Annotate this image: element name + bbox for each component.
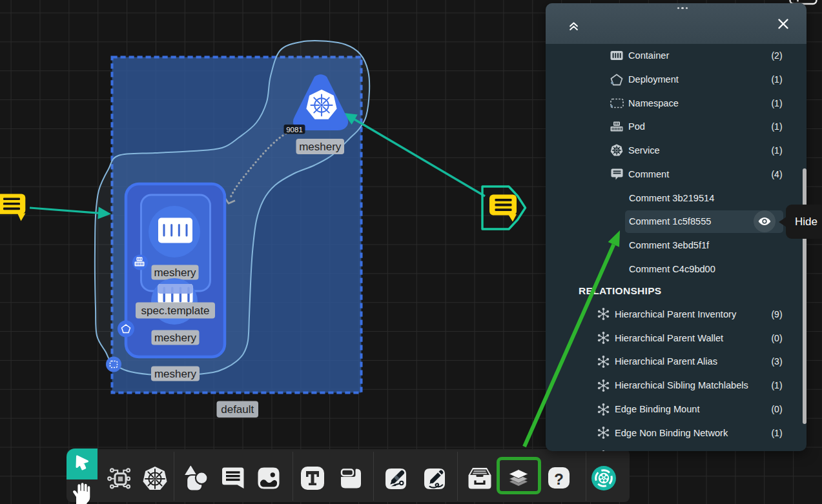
svg-text:spec.template: spec.template	[141, 305, 210, 317]
svg-text:meshery: meshery	[154, 368, 197, 380]
svg-text:meshery: meshery	[299, 141, 342, 153]
svg-text:default: default	[221, 403, 254, 416]
svg-text:?: ?	[554, 470, 564, 487]
svg-text:9081: 9081	[286, 126, 303, 134]
svg-text:meshery: meshery	[154, 332, 197, 344]
svg-text:meshery: meshery	[154, 267, 196, 279]
